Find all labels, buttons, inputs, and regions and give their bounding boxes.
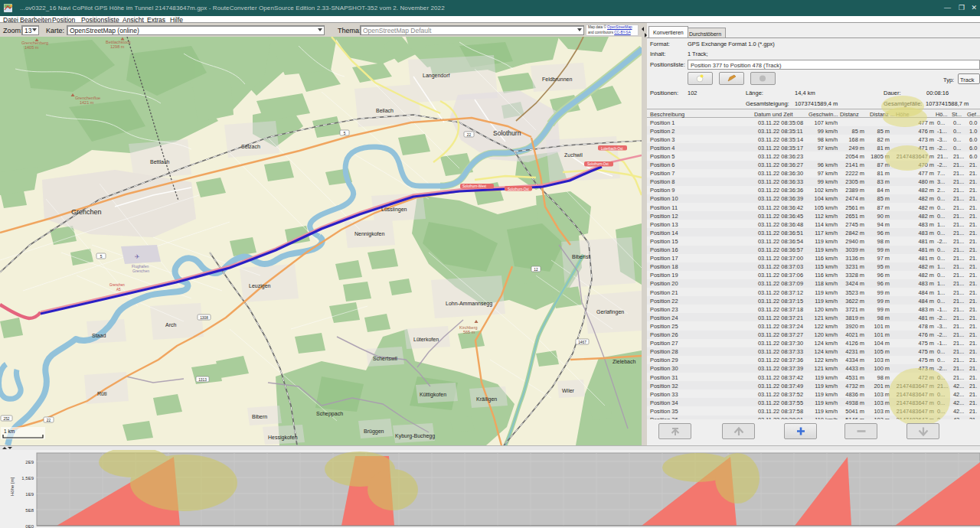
svg-text:Hessigkofen: Hessigkofen: [268, 435, 298, 441]
svg-text:Zielebach: Zielebach: [612, 359, 635, 364]
svg-text:1,5E9: 1,5E9: [21, 476, 34, 481]
svg-text:1308: 1308: [200, 316, 208, 320]
svg-text:Luterbach-Ost: Luterbach-Ost: [601, 147, 623, 151]
svg-text:5E8: 5E8: [25, 508, 34, 513]
svg-text:Lüterkofen: Lüterkofen: [413, 337, 439, 342]
svg-text:22: 22: [47, 419, 51, 422]
svg-text:✈: ✈: [135, 253, 140, 260]
svg-text:Lohn-Ammannsegg: Lohn-Ammannsegg: [446, 301, 492, 307]
svg-text:Brüggen: Brüggen: [364, 429, 384, 435]
svg-text:Nennigkofen: Nennigkofen: [354, 231, 384, 237]
svg-text:Solothurn: Solothurn: [493, 129, 521, 137]
svg-text:5: 5: [344, 132, 346, 135]
svg-text:Höhe [m]: Höhe [m]: [10, 477, 15, 496]
svg-text:252: 252: [3, 417, 9, 421]
svg-text:Kräiligen: Kräiligen: [476, 396, 497, 403]
svg-text:1298 m: 1298 m: [110, 44, 125, 49]
svg-text:Staad: Staad: [92, 333, 106, 338]
svg-text:1 km: 1 km: [4, 429, 15, 434]
svg-text:Grenchen: Grenchen: [109, 283, 125, 287]
svg-text:22: 22: [467, 133, 472, 137]
svg-text:1421 m: 1421 m: [80, 100, 94, 105]
svg-text:Feldbrunnen: Feldbrunnen: [542, 77, 572, 82]
svg-text:1E9: 1E9: [25, 492, 34, 497]
svg-text:Grenchen: Grenchen: [132, 269, 149, 273]
svg-text:Bibern: Bibern: [252, 414, 267, 419]
svg-text:Lüsslingen: Lüsslingen: [381, 207, 407, 213]
svg-text:Leuzigen: Leuzigen: [249, 283, 271, 289]
svg-text:Gerlafingen: Gerlafingen: [596, 309, 624, 315]
svg-text:1313: 1313: [198, 378, 207, 382]
svg-text:Solothurn-Ost: Solothurn-Ost: [508, 187, 530, 191]
svg-text:Bellach: Bellach: [376, 108, 394, 113]
svg-text:5: 5: [100, 255, 103, 259]
svg-text:0E0: 0E0: [25, 524, 34, 528]
svg-text:565 m: 565 m: [463, 330, 475, 334]
svg-text:Solothurn-Ost: Solothurn-Ost: [587, 162, 609, 166]
svg-text:Scheppach: Scheppach: [316, 411, 343, 417]
svg-text:Solothurn-West: Solothurn-West: [462, 184, 487, 188]
svg-text:Biberist: Biberist: [572, 254, 590, 259]
svg-text:2E9: 2E9: [25, 460, 34, 464]
svg-text:12: 12: [534, 268, 538, 272]
svg-text:Küttigkofen: Küttigkofen: [420, 392, 446, 398]
svg-text:Bettlach: Bettlach: [150, 159, 169, 165]
svg-text:Selzach: Selzach: [241, 144, 260, 149]
svg-text:Zuchwil: Zuchwil: [564, 152, 583, 158]
svg-text:Rüti: Rüti: [97, 391, 107, 396]
svg-text:Arch: Arch: [165, 322, 177, 328]
svg-text:Grenchen: Grenchen: [71, 208, 102, 216]
svg-text:A5: A5: [116, 288, 121, 292]
svg-text:1405 m: 1405 m: [24, 45, 39, 50]
svg-text:Schertswil: Schertswil: [373, 356, 397, 361]
svg-text:1467: 1467: [578, 341, 586, 344]
svg-text:Langendorf: Langendorf: [423, 73, 449, 79]
svg-text:Kyburg-Buchegg: Kyburg-Buchegg: [395, 433, 435, 439]
svg-text:Wiler: Wiler: [562, 388, 575, 393]
